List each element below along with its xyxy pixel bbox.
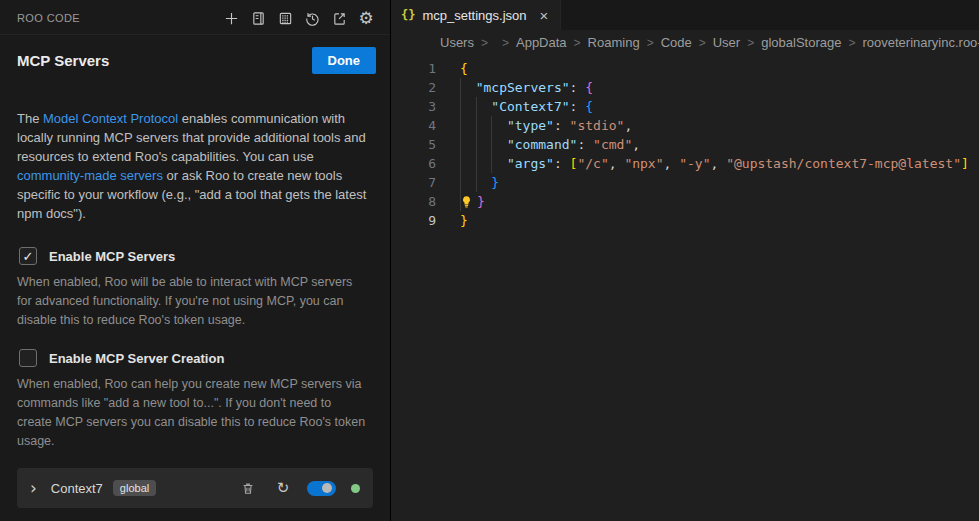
expand-chevron-icon[interactable]: › — [30, 481, 37, 495]
breadcrumb-item[interactable]: Roaming — [588, 35, 640, 50]
breadcrumb-separator: > — [502, 36, 509, 50]
line-number: 2 — [391, 78, 436, 97]
code-token: "type" — [507, 116, 554, 135]
breadcrumb: Users>>AppData>Roaming>Code>User>globalS… — [391, 30, 979, 55]
enable-mcp-servers-description: When enabled, Roo will be able to intera… — [17, 273, 369, 330]
code-token — [460, 135, 507, 154]
code-token: "-y" — [679, 154, 710, 173]
done-button[interactable]: Done — [312, 47, 377, 74]
line-number: 9 — [391, 211, 436, 230]
line-number: 4 — [391, 116, 436, 135]
code-line-content: } — [436, 211, 468, 230]
enable-mcp-servers-label: Enable MCP Servers — [49, 249, 175, 264]
server-scope-badge: global — [113, 480, 156, 496]
code-token: "Context7" — [491, 97, 569, 116]
intro-text-segment: The — [17, 111, 43, 126]
enable-mcp-creation-row: ✓ Enable MCP Server Creation — [19, 349, 373, 367]
panel-toolbar: ⚙ — [222, 9, 375, 27]
code-lines: 1{2 "mcpServers": {3 "Context7": {4 "typ… — [391, 59, 979, 230]
code-line[interactable]: 2 "mcpServers": { — [391, 78, 979, 97]
code-token: } — [460, 211, 468, 230]
code-token: [ — [570, 154, 578, 173]
restart-server-icon[interactable]: ↻ — [274, 479, 292, 497]
code-token: : — [554, 116, 570, 135]
indent-guide — [460, 78, 461, 211]
code-token: , — [624, 116, 632, 135]
code-token: , — [711, 154, 727, 173]
code-line[interactable]: 8} — [391, 192, 979, 211]
close-tab-icon[interactable]: × — [540, 9, 549, 22]
open-external-icon[interactable] — [330, 9, 348, 27]
code-token: "args" — [507, 154, 554, 173]
line-number: 3 — [391, 97, 436, 116]
delete-server-icon[interactable] — [239, 481, 257, 496]
code-token: "cmd" — [593, 135, 632, 154]
code-token: "npx" — [624, 154, 663, 173]
code-line[interactable]: 5 "command": "cmd", — [391, 135, 979, 154]
enable-mcp-creation-label: Enable MCP Server Creation — [49, 351, 224, 366]
server-enabled-toggle[interactable] — [307, 481, 336, 496]
code-line[interactable]: 6 "args": ["/c", "npx", "-y", "@upstash/… — [391, 154, 979, 173]
code-token: , — [664, 154, 680, 173]
enable-mcp-servers-checkbox[interactable]: ✓ — [19, 247, 37, 265]
code-line[interactable]: 7 } — [391, 173, 979, 192]
code-token: { — [585, 78, 593, 97]
gear-icon[interactable]: ⚙ — [357, 9, 375, 27]
notebook-icon[interactable] — [249, 9, 267, 27]
breadcrumb-item[interactable]: Code — [661, 35, 692, 50]
code-token: } — [477, 192, 485, 211]
code-line-content: { — [436, 59, 468, 78]
code-line-content: "command": "cmd", — [436, 135, 640, 154]
mcp-server-row-context7[interactable]: › Context7 global ↻ — [17, 468, 373, 508]
code-token: "@upstash/context7-mcp@latest" — [726, 154, 961, 173]
code-line[interactable]: 4 "type": "stdio", — [391, 116, 979, 135]
server-name: Context7 — [51, 481, 103, 496]
app-title: ROO CODE — [17, 12, 80, 24]
code-token: ] — [961, 154, 969, 173]
line-number: 5 — [391, 135, 436, 154]
breadcrumb-item[interactable]: AppData — [516, 35, 567, 50]
enable-mcp-creation-description: When enabled, Roo can help you create ne… — [17, 375, 369, 451]
code-token: : — [577, 135, 593, 154]
code-token: : — [554, 154, 570, 173]
mcp-servers-icon[interactable] — [276, 9, 294, 27]
lightbulb-icon[interactable] — [460, 194, 476, 209]
code-token: } — [491, 173, 499, 192]
breadcrumb-separator: > — [699, 36, 706, 50]
code-line[interactable]: 9} — [391, 211, 979, 230]
intro-link[interactable]: Model Context Protocol — [43, 111, 178, 126]
breadcrumb-item[interactable]: globalStorage — [761, 35, 841, 50]
breadcrumb-item[interactable]: rooveterinaryinc.roo-cli — [862, 35, 979, 50]
history-icon[interactable] — [303, 9, 321, 27]
page-title: MCP Servers — [17, 52, 109, 69]
json-file-icon: {} — [401, 8, 415, 22]
enable-mcp-servers-row: ✓ Enable MCP Servers — [19, 247, 373, 265]
code-token — [460, 116, 507, 135]
line-number: 8 — [391, 192, 436, 211]
plus-icon[interactable] — [222, 9, 240, 27]
tab-mcp-settings-json[interactable]: {} mcp_settings.json × — [391, 0, 561, 30]
enable-mcp-creation-checkbox[interactable]: ✓ — [19, 349, 37, 367]
breadcrumb-separator: > — [574, 36, 581, 50]
code-line-content: "args": ["/c", "npx", "-y", "@upstash/co… — [436, 154, 969, 173]
code-token: "mcpServers" — [476, 78, 570, 97]
code-token: "/c" — [577, 154, 608, 173]
code-token: "command" — [507, 135, 577, 154]
code-line[interactable]: 1{ — [391, 59, 979, 78]
code-token — [460, 78, 476, 97]
breadcrumb-separator: > — [747, 36, 754, 50]
intro-link[interactable]: community-made servers — [17, 168, 163, 183]
breadcrumb-item[interactable]: User — [713, 35, 740, 50]
code-line[interactable]: 3 "Context7": { — [391, 97, 979, 116]
roo-code-panel: ROO CODE ⚙ MCP Servers Done The — [0, 0, 391, 521]
code-token: : — [570, 78, 586, 97]
panel-header: ROO CODE ⚙ — [0, 0, 390, 35]
line-number: 1 — [391, 59, 436, 78]
line-number: 6 — [391, 154, 436, 173]
code-token: { — [585, 97, 593, 116]
code-editor[interactable]: 1{2 "mcpServers": {3 "Context7": {4 "typ… — [391, 55, 979, 521]
code-token: : — [570, 97, 586, 116]
breadcrumb-item[interactable]: Users — [440, 35, 474, 50]
code-token: , — [609, 154, 625, 173]
editor-area: {} mcp_settings.json × Users>>AppData>Ro… — [391, 0, 979, 521]
